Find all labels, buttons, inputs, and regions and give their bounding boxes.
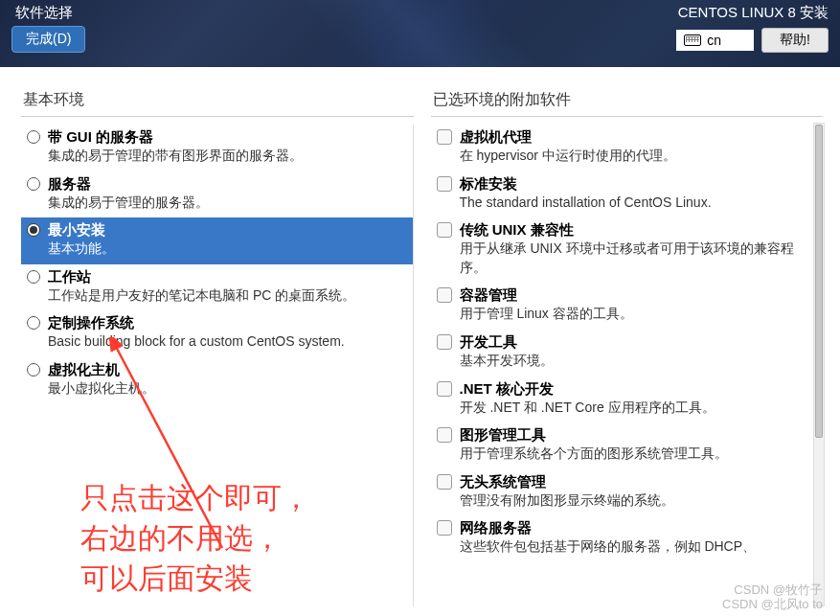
env-option-desc: 最小虚拟化主机。 — [48, 379, 407, 399]
addon-option[interactable]: 标准安装The standard installation of CentOS … — [431, 171, 820, 218]
addon-option-title: 网络服务器 — [460, 517, 814, 537]
checkbox-icon — [437, 520, 452, 536]
keyboard-icon — [684, 34, 701, 46]
addon-option-desc: 用于管理系统各个方面的图形系统管理工具。 — [460, 445, 814, 464]
addon-option-desc: The standard installation of CentOS Linu… — [460, 194, 814, 213]
addons-list: 虚拟机代理在 hypervisor 中运行时使用的代理。标准安装The stan… — [431, 125, 824, 606]
env-option-title: 最小安装 — [48, 219, 407, 240]
radio-icon — [27, 316, 40, 330]
addons-title: 已选环境的附加软件 — [431, 90, 824, 110]
env-option-title: 带 GUI 的服务器 — [48, 126, 407, 147]
installer-title: CENTOS LINUX 8 安装 — [676, 4, 829, 22]
addon-option-desc: 管理没有附加图形显示终端的系统。 — [460, 491, 814, 511]
addon-option-desc: 在 hypervisor 中运行时使用的代理。 — [460, 147, 814, 166]
divider — [431, 116, 824, 117]
env-option-title: 定制操作系统 — [48, 312, 407, 332]
addon-option[interactable]: 传统 UNIX 兼容性用于从继承 UNIX 环境中迁移或者可用于该环境的兼容程序… — [431, 217, 820, 283]
keyboard-layout-indicator[interactable]: cn — [676, 30, 754, 51]
addon-option[interactable]: 虚拟机代理在 hypervisor 中运行时使用的代理。 — [431, 125, 820, 171]
addons-column: 已选环境的附加软件 虚拟机代理在 hypervisor 中运行时使用的代理。标准… — [431, 90, 824, 606]
addon-option[interactable]: 无头系统管理管理没有附加图形显示终端的系统。 — [431, 469, 820, 516]
radio-icon — [27, 223, 40, 237]
addon-option[interactable]: 容器管理用于管理 Linux 容器的工具。 — [431, 283, 820, 330]
checkbox-icon — [437, 381, 452, 397]
addon-option-desc: 基本开发环境。 — [460, 352, 814, 371]
watermark: CSDN @牧竹子 CSDN @北风to to — [722, 582, 823, 612]
env-option-desc: Basic building block for a custom CentOS… — [48, 332, 407, 352]
addon-option-title: 无头系统管理 — [460, 471, 814, 491]
scrollbar-thumb[interactable] — [815, 125, 823, 438]
base-env-list: 带 GUI 的服务器集成的易于管理的带有图形界面的服务器。服务器集成的易于管理的… — [21, 125, 414, 606]
help-button[interactable]: 帮助! — [761, 28, 829, 53]
checkbox-icon — [437, 334, 452, 350]
radio-icon — [27, 177, 40, 191]
env-option-desc: 集成的易于管理的带有图形界面的服务器。 — [48, 147, 407, 166]
base-environment-column: 基本环境 带 GUI 的服务器集成的易于管理的带有图形界面的服务器。服务器集成的… — [21, 90, 414, 606]
addon-option[interactable]: 图形管理工具用于管理系统各个方面的图形系统管理工具。 — [431, 422, 820, 469]
env-option-desc: 集成的易于管理的服务器。 — [48, 194, 407, 213]
addon-option-title: 图形管理工具 — [460, 424, 814, 445]
env-option[interactable]: 定制操作系统Basic building block for a custom … — [21, 310, 413, 357]
env-option[interactable]: 工作站工作站是用户友好的笔记本电脑和 PC 的桌面系统。 — [21, 264, 413, 311]
addon-option[interactable]: .NET 核心开发开发 .NET 和 .NET Core 应用程序的工具。 — [431, 376, 820, 423]
radio-icon — [27, 130, 40, 144]
addon-option-title: 开发工具 — [460, 331, 814, 352]
done-button[interactable]: 完成(D) — [11, 26, 85, 53]
addon-option-desc: 开发 .NET 和 .NET Core 应用程序的工具。 — [460, 399, 814, 418]
env-option[interactable]: 服务器集成的易于管理的服务器。 — [21, 171, 413, 218]
addon-option-desc: 用于管理 Linux 容器的工具。 — [460, 305, 814, 324]
watermark-line: CSDN @牧竹子 — [722, 582, 823, 598]
checkbox-icon — [437, 222, 452, 238]
checkbox-icon — [437, 287, 452, 303]
lang-code: cn — [707, 33, 721, 48]
checkbox-icon — [437, 474, 452, 490]
env-option[interactable]: 虚拟化主机最小虚拟化主机。 — [21, 357, 413, 404]
installer-header: 软件选择 完成(D) CENTOS LINUX 8 安装 cn 帮助! — [0, 0, 840, 67]
env-option-desc: 基本功能。 — [48, 240, 407, 259]
addon-option-title: .NET 核心开发 — [460, 378, 814, 399]
page-title: 软件选择 — [15, 4, 85, 22]
checkbox-icon — [437, 176, 452, 192]
env-option-title: 服务器 — [48, 173, 407, 194]
radio-icon — [27, 363, 40, 376]
radio-icon — [27, 270, 40, 284]
checkbox-icon — [437, 427, 452, 443]
divider — [21, 116, 414, 117]
addon-option-title: 标准安装 — [460, 173, 814, 194]
watermark-line: CSDN @北风to to — [722, 597, 823, 612]
env-option[interactable]: 最小安装基本功能。 — [21, 217, 413, 264]
addon-option-title: 虚拟机代理 — [460, 126, 814, 147]
addon-option[interactable]: 网络服务器这些软件包包括基于网络的服务器，例如 DHCP、 — [431, 515, 820, 562]
content-area: 基本环境 带 GUI 的服务器集成的易于管理的带有图形界面的服务器。服务器集成的… — [0, 67, 840, 616]
env-option-desc: 工作站是用户友好的笔记本电脑和 PC 的桌面系统。 — [48, 286, 407, 306]
addon-option-title: 容器管理 — [460, 285, 814, 305]
env-option[interactable]: 带 GUI 的服务器集成的易于管理的带有图形界面的服务器。 — [21, 125, 413, 171]
scrollbar[interactable] — [813, 123, 825, 606]
base-env-title: 基本环境 — [21, 90, 414, 110]
addon-option[interactable]: 开发工具基本开发环境。 — [431, 330, 820, 376]
addon-option-desc: 这些软件包包括基于网络的服务器，例如 DHCP、 — [460, 537, 814, 557]
env-option-title: 虚拟化主机 — [48, 359, 407, 379]
addon-option-desc: 用于从继承 UNIX 环境中迁移或者可用于该环境的兼容程序。 — [460, 240, 814, 277]
env-option-title: 工作站 — [48, 266, 407, 286]
checkbox-icon — [437, 129, 452, 145]
addon-option-title: 传统 UNIX 兼容性 — [460, 219, 814, 240]
